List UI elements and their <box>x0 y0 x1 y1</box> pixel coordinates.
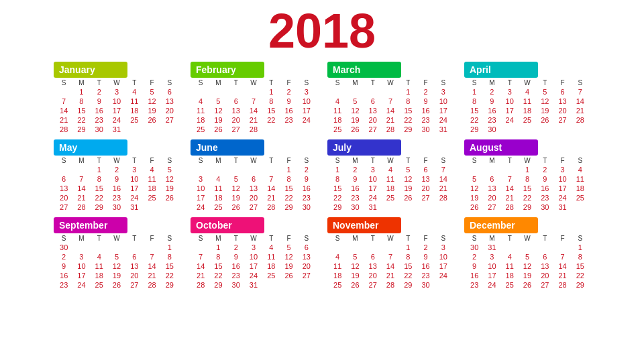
day-cell: 9 <box>91 97 108 106</box>
day-header-cell: M <box>72 157 90 164</box>
day-header-cell: M <box>483 157 500 164</box>
day-cell <box>192 87 209 97</box>
day-cell: 3 <box>435 243 452 252</box>
day-cell: 8 <box>399 252 417 261</box>
day-cell: 24 <box>364 193 382 202</box>
day-cell: 16 <box>483 106 500 115</box>
day-cell: 26 <box>209 125 227 134</box>
day-cell: 22 <box>280 193 297 202</box>
day-header-cell: F <box>553 157 571 164</box>
day-cell <box>483 165 500 174</box>
week-row: 15161718192021 <box>329 184 452 193</box>
day-cell: 25 <box>143 193 160 202</box>
day-cell: 7 <box>192 252 209 261</box>
day-cell: 5 <box>466 174 483 184</box>
day-cell: 2 <box>417 87 434 97</box>
day-cell: 28 <box>72 202 90 212</box>
month-header-june: June <box>191 139 264 156</box>
week-row: 2728293031 <box>55 202 178 212</box>
day-cell: 1 <box>399 87 417 97</box>
day-header-cell: W <box>108 79 125 86</box>
day-cell: 11 <box>329 261 346 271</box>
day-cell: 18 <box>329 271 346 280</box>
week-row: 45678910 <box>329 252 452 261</box>
day-cell: 28 <box>501 202 519 212</box>
day-header-cell: S <box>192 157 209 164</box>
month-header-january: January <box>54 62 127 78</box>
day-cell: 11 <box>91 261 108 271</box>
day-cell: 21 <box>245 115 262 125</box>
day-cell: 1 <box>399 243 417 252</box>
day-cell: 24 <box>435 115 452 125</box>
day-header-cell: T <box>125 79 143 86</box>
day-cell: 6 <box>161 87 178 97</box>
day-cell: 12 <box>466 184 483 193</box>
day-cell: 17 <box>364 184 382 193</box>
week-row: 12131415161718 <box>466 184 589 193</box>
day-cell: 6 <box>55 174 72 184</box>
day-cell: 5 <box>346 97 364 106</box>
day-cell: 30 <box>227 280 245 290</box>
day-cell: 20 <box>483 193 500 202</box>
day-cell: 18 <box>192 115 209 125</box>
day-cell <box>192 165 209 174</box>
calendar-grid: JanuarySMTWTFS 1234567891011121314151617… <box>54 62 590 290</box>
day-header-cell: T <box>364 157 382 164</box>
day-cell: 14 <box>382 106 399 115</box>
day-header-cell: M <box>209 235 227 242</box>
day-cell: 10 <box>364 174 382 184</box>
day-cell <box>55 87 72 97</box>
day-cell: 12 <box>227 184 245 193</box>
day-cell <box>161 125 178 134</box>
day-cell: 15 <box>399 106 417 115</box>
day-cell: 12 <box>346 106 364 115</box>
day-header-cell: S <box>55 157 72 164</box>
day-cell: 4 <box>192 97 209 106</box>
day-cell: 19 <box>280 261 297 271</box>
day-cell: 10 <box>435 252 452 261</box>
day-cell: 4 <box>382 165 399 174</box>
day-cell: 17 <box>192 193 209 202</box>
day-cell: 20 <box>125 271 143 280</box>
day-cell: 5 <box>346 252 364 261</box>
day-cell: 27 <box>483 202 500 212</box>
week-row: 20212223242526 <box>55 193 178 202</box>
day-cell: 3 <box>108 87 125 97</box>
week-row: 293031 <box>329 202 452 212</box>
day-cell <box>382 202 399 212</box>
day-header-cell: W <box>519 79 536 86</box>
day-header-cell: F <box>280 79 297 86</box>
day-cell: 22 <box>519 193 536 202</box>
week-row: 11121314151617 <box>329 261 452 271</box>
day-cell: 5 <box>519 252 536 261</box>
day-cell: 8 <box>91 174 108 184</box>
month-block-march: MarchSMTWTFS 123456789101112131415161718… <box>327 62 453 134</box>
week-row: 252627282930 <box>329 280 452 290</box>
day-cell <box>72 165 90 174</box>
day-cell: 26 <box>399 193 417 202</box>
day-cell: 25 <box>519 115 536 125</box>
day-cell: 13 <box>227 106 245 115</box>
day-cell: 5 <box>108 252 125 261</box>
day-cell <box>346 87 364 97</box>
day-header-cell: S <box>435 79 452 86</box>
month-block-april: AprilSMTWTFS1234567891011121314151617181… <box>464 62 590 134</box>
day-cell: 2 <box>55 252 72 261</box>
day-cell: 3 <box>553 165 571 174</box>
day-cell: 20 <box>298 261 315 271</box>
day-header-cell: T <box>501 235 519 242</box>
day-cell: 7 <box>55 97 72 106</box>
day-cell: 29 <box>91 202 108 212</box>
day-cell: 30 <box>298 202 315 212</box>
day-cell: 7 <box>435 165 452 174</box>
day-cell <box>161 202 178 212</box>
day-cell: 17 <box>125 184 143 193</box>
month-days-august: SMTWTFS 12345678910111213141516171819202… <box>464 157 590 212</box>
week-row: 21222324252627 <box>55 115 178 125</box>
day-cell: 3 <box>435 87 452 97</box>
day-cell: 10 <box>192 184 209 193</box>
day-header-cell: T <box>125 235 143 242</box>
day-cell: 29 <box>572 280 589 290</box>
day-cell: 16 <box>417 106 434 115</box>
day-cell: 9 <box>417 252 434 261</box>
